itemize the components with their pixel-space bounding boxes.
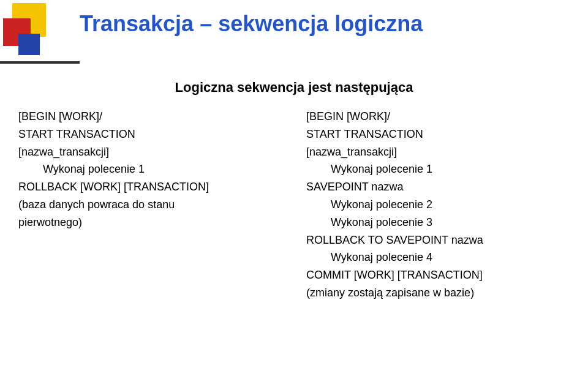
right-line2: START TRANSACTION	[306, 126, 570, 143]
left-line3: [nazwa_transakcji]	[18, 143, 282, 161]
section-header: Logiczna sekwencja jest następująca	[18, 80, 570, 96]
left-line6: (baza danych powraca do stanu	[18, 196, 282, 214]
right-line1: [BEGIN [WORK]/	[306, 108, 570, 126]
left-column: [BEGIN [WORK]/ START TRANSACTION [nazwa_…	[18, 108, 294, 302]
right-line4: Wykonaj polecenie 1	[306, 160, 570, 178]
horizontal-line	[0, 61, 80, 64]
right-line9: Wykonaj polecenie 4	[306, 249, 570, 266]
two-columns: [BEGIN [WORK]/ START TRANSACTION [nazwa_…	[18, 108, 570, 302]
right-line5: SAVEPOINT nazwa	[306, 178, 570, 196]
right-column: [BEGIN [WORK]/ START TRANSACTION [nazwa_…	[294, 108, 570, 302]
left-line1: [BEGIN [WORK]/	[18, 108, 282, 126]
right-line10: COMMIT [WORK] [TRANSACTION]	[306, 266, 570, 284]
right-line7: Wykonaj polecenie 3	[306, 214, 570, 231]
right-line6: Wykonaj polecenie 2	[306, 196, 570, 214]
right-line11: (zmiany zostają zapisane w bazie)	[306, 284, 570, 302]
page-title: Transakcja – sekwencja logiczna	[80, 11, 423, 37]
block-blue	[18, 34, 40, 55]
left-line7: pierwotnego)	[18, 214, 282, 231]
main-content: Logiczna sekwencja jest następująca [BEG…	[0, 80, 588, 368]
left-line2: START TRANSACTION	[18, 126, 282, 143]
right-line3: [nazwa_transakcji]	[306, 143, 570, 161]
left-line4: Wykonaj polecenie 1	[18, 160, 282, 178]
decorative-corner	[0, 0, 67, 67]
right-line8: ROLLBACK TO SAVEPOINT nazwa	[306, 231, 570, 249]
left-line5: ROLLBACK [WORK] [TRANSACTION]	[18, 178, 282, 196]
